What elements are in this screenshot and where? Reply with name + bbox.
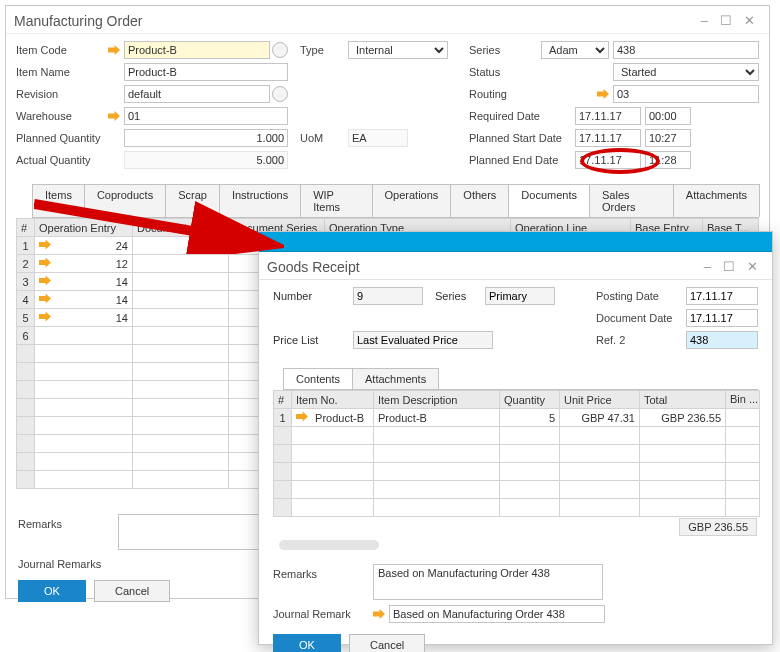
journal-remarks-label: Journal Remarks bbox=[18, 554, 118, 570]
column-header[interactable]: # bbox=[274, 391, 292, 409]
tab-others[interactable]: Others bbox=[450, 184, 509, 217]
document-date-input[interactable] bbox=[686, 309, 758, 327]
ref2-input[interactable] bbox=[686, 331, 758, 349]
tab-bar: ItemsCoproductsScrapInstructionsWIP Item… bbox=[32, 184, 759, 218]
column-header[interactable]: # bbox=[17, 219, 35, 237]
remarks-textarea[interactable]: Based on Manufacturing Order 438 bbox=[373, 564, 603, 600]
routing-input[interactable] bbox=[613, 85, 759, 103]
link-arrow-icon[interactable] bbox=[108, 111, 120, 121]
series-select[interactable]: Adam bbox=[541, 41, 609, 59]
maximize-icon[interactable]: ☐ bbox=[723, 259, 741, 274]
status-select[interactable]: Started bbox=[613, 63, 759, 81]
cancel-button[interactable]: Cancel bbox=[349, 634, 425, 652]
tab-attachments[interactable]: Attachments bbox=[352, 368, 439, 389]
planned-start-time-input[interactable] bbox=[645, 129, 691, 147]
document-date-label: Document Date bbox=[596, 312, 686, 324]
link-arrow-icon[interactable] bbox=[39, 258, 51, 268]
planned-qty-input[interactable] bbox=[124, 129, 288, 147]
tab-operations[interactable]: Operations bbox=[372, 184, 452, 217]
tab-scrap[interactable]: Scrap bbox=[165, 184, 220, 217]
window-title: Manufacturing Order bbox=[14, 13, 142, 29]
number-label: Number bbox=[273, 290, 353, 302]
column-header[interactable]: Item Description bbox=[374, 391, 500, 409]
actual-qty-input bbox=[124, 151, 288, 169]
journal-remark-input[interactable] bbox=[389, 605, 605, 623]
tab-attachments[interactable]: Attachments bbox=[673, 184, 760, 217]
tab-wip-items[interactable]: WIP Items bbox=[300, 184, 372, 217]
posting-date-input[interactable] bbox=[686, 287, 758, 305]
window-title-bar: Manufacturing Order – ☐ ✕ bbox=[6, 6, 769, 34]
table-row[interactable] bbox=[274, 445, 760, 463]
tab-contents[interactable]: Contents bbox=[283, 368, 353, 389]
column-header[interactable]: Operation Entry bbox=[35, 219, 133, 237]
minimize-icon[interactable]: – bbox=[701, 13, 714, 28]
item-code-label: Item Code bbox=[16, 44, 108, 56]
planned-start-date-input[interactable] bbox=[575, 129, 641, 147]
journal-remark-label: Journal Remark bbox=[273, 608, 373, 620]
link-arrow-icon[interactable] bbox=[597, 89, 609, 99]
link-arrow-icon[interactable] bbox=[108, 45, 120, 55]
link-arrow-icon[interactable] bbox=[373, 609, 385, 619]
maximize-icon[interactable]: ☐ bbox=[720, 13, 738, 28]
link-arrow-icon[interactable] bbox=[296, 412, 308, 422]
ok-button[interactable]: OK bbox=[18, 580, 86, 602]
planned-end-time-input[interactable] bbox=[645, 151, 691, 169]
close-icon[interactable]: ✕ bbox=[744, 13, 761, 28]
column-header[interactable]: Document Num... bbox=[133, 219, 229, 237]
revision-label: Revision bbox=[16, 88, 108, 100]
column-header[interactable]: Bin ... ↗ bbox=[726, 391, 760, 409]
column-header[interactable]: Item No. bbox=[292, 391, 374, 409]
price-list-input[interactable] bbox=[353, 331, 493, 349]
table-row[interactable] bbox=[274, 427, 760, 445]
revision-input[interactable] bbox=[124, 85, 270, 103]
item-code-input[interactable] bbox=[124, 41, 270, 59]
tab-sales-orders[interactable]: Sales Orders bbox=[589, 184, 674, 217]
window-controls: – ☐ ✕ bbox=[701, 13, 761, 28]
tab-items[interactable]: Items bbox=[32, 184, 85, 217]
table-row[interactable] bbox=[274, 463, 760, 481]
column-header[interactable]: Quantity bbox=[500, 391, 560, 409]
link-arrow-icon[interactable] bbox=[39, 276, 51, 286]
grid-total: GBP 236.55 bbox=[679, 518, 757, 536]
tab-documents[interactable]: Documents bbox=[508, 184, 590, 217]
close-icon[interactable]: ✕ bbox=[747, 259, 764, 274]
contents-grid[interactable]: #Item No.Item DescriptionQuantityUnit Pr… bbox=[273, 390, 760, 517]
warehouse-label: Warehouse bbox=[16, 110, 108, 122]
ok-button[interactable]: OK bbox=[273, 634, 341, 652]
window-accent-bar bbox=[259, 232, 772, 252]
column-header[interactable]: Total bbox=[640, 391, 726, 409]
required-date-label: Required Date bbox=[469, 110, 575, 122]
lookup-icon[interactable] bbox=[272, 42, 288, 58]
series-number-input[interactable] bbox=[613, 41, 759, 59]
link-arrow-icon[interactable] bbox=[39, 294, 51, 304]
type-select[interactable]: Internal bbox=[348, 41, 448, 59]
required-date-input[interactable] bbox=[575, 107, 641, 125]
horizontal-scrollbar[interactable] bbox=[279, 540, 379, 550]
warehouse-input[interactable] bbox=[124, 107, 288, 125]
minimize-icon[interactable]: – bbox=[704, 259, 717, 274]
lookup-icon[interactable] bbox=[272, 86, 288, 102]
tab-instructions[interactable]: Instructions bbox=[219, 184, 301, 217]
series-label: Series bbox=[469, 44, 541, 56]
item-name-input[interactable] bbox=[124, 63, 288, 81]
uom-label: UoM bbox=[300, 132, 348, 144]
table-row[interactable] bbox=[274, 481, 760, 499]
tab-coproducts[interactable]: Coproducts bbox=[84, 184, 166, 217]
column-header[interactable]: Unit Price bbox=[560, 391, 640, 409]
required-time-input[interactable] bbox=[645, 107, 691, 125]
series-input[interactable] bbox=[485, 287, 555, 305]
routing-label: Routing bbox=[469, 88, 541, 100]
planned-end-date-input[interactable] bbox=[575, 151, 641, 169]
type-label: Type bbox=[300, 44, 348, 56]
link-arrow-icon[interactable] bbox=[39, 312, 51, 322]
tab-bar: ContentsAttachments bbox=[283, 368, 758, 390]
table-row[interactable]: 1 Product-BProduct-B5GBP 47.31GBP 236.55 bbox=[274, 409, 760, 427]
window-title: Goods Receipt bbox=[267, 259, 360, 275]
series-label: Series bbox=[435, 290, 485, 302]
table-row[interactable] bbox=[274, 499, 760, 517]
link-arrow-icon[interactable] bbox=[39, 240, 51, 250]
cancel-button[interactable]: Cancel bbox=[94, 580, 170, 602]
price-list-label: Price List bbox=[273, 334, 353, 346]
item-name-label: Item Name bbox=[16, 66, 108, 78]
number-input[interactable] bbox=[353, 287, 423, 305]
